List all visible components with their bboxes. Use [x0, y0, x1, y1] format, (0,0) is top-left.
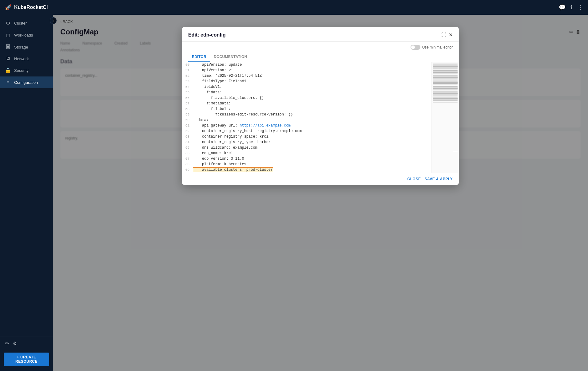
modal-close-btn[interactable]: ✕ — [449, 32, 453, 38]
sidebar-item-label: Workloads — [14, 33, 33, 37]
minimap-line — [433, 70, 458, 71]
topbar-icons: 💬 ℹ ⋮ — [559, 4, 583, 11]
edit-modal: Edit: edp-config ⛶ ✕ Use minimal editor … — [182, 27, 459, 185]
workloads-icon: ◻ — [5, 32, 11, 38]
api-gateway-link[interactable]: https://api.example.com — [240, 123, 291, 128]
sidebar-item-workloads[interactable]: ◻ Workloads — [0, 29, 53, 41]
logo-icon: 🚀 — [5, 4, 12, 11]
settings-icon[interactable]: ⚙ — [13, 341, 17, 346]
minimap-line — [433, 64, 458, 64]
minimap-line — [433, 102, 458, 103]
sidebar-item-security[interactable]: 🔒 Security — [0, 64, 53, 76]
minimap-line — [433, 80, 458, 80]
editor-line-67: 67 edp_version: 3.11.0 — [182, 156, 431, 162]
topbar: 🚀 KubeRocketCI 💬 ℹ ⋮ — [0, 0, 588, 15]
sidebar-item-network[interactable]: 🖥 Network — [0, 53, 53, 64]
editor-line-68: 68 platform: kubernetes — [182, 162, 431, 167]
sidebar-item-label: Network — [14, 57, 29, 61]
minimap-line — [433, 78, 458, 79]
minimap-line — [433, 96, 458, 96]
app-title: KubeRocketCI — [14, 5, 48, 10]
editor-line-50: 50 apiVersion: update — [182, 62, 431, 68]
minimap-line — [433, 82, 458, 83]
minimap-line — [433, 100, 458, 101]
minimap-line — [433, 75, 458, 76]
edit-icon[interactable]: ✏ — [5, 341, 9, 346]
minimap-line — [433, 72, 458, 73]
editor-line-63: 63 container_registry_space: krci — [182, 134, 431, 140]
create-resource-button[interactable]: + CREATE RESOURCE — [4, 353, 49, 366]
modal-body: 50 apiVersion: update 51 apiVersion: v1 … — [182, 62, 459, 173]
minimap-line — [433, 84, 458, 85]
editor-line-51: 51 apiVersion: v1 — [182, 68, 431, 73]
editor-line-55: 55 f:data: — [182, 90, 431, 96]
editor-line-60: 60 data: — [182, 118, 431, 123]
use-minimal-toggle[interactable]: Use minimal editor — [411, 45, 453, 50]
cluster-icon: ⚙ — [5, 20, 11, 26]
editor-line-54: 54 fieldsV1: — [182, 84, 431, 90]
sidebar-bottom: ✏ ⚙ — [0, 337, 53, 350]
use-minimal-label: Use minimal editor — [422, 45, 453, 49]
editor-line-65: 65 dns_wildcard: example.com — [182, 145, 431, 151]
sidebar-item-label: Configuration — [14, 80, 38, 85]
save-apply-button[interactable]: SAVE & APPLY — [424, 177, 453, 181]
minimap-line — [433, 73, 458, 74]
modal-expand-btn[interactable]: ⛶ — [441, 32, 446, 38]
network-icon: 🖥 — [5, 56, 11, 61]
minimap-line — [433, 93, 458, 94]
editor-line-53: 53 fieldsType: FieldsV1 — [182, 79, 431, 84]
minimap-content — [431, 62, 459, 104]
minimap-line — [433, 67, 458, 68]
chat-icon[interactable]: 💬 — [559, 4, 566, 11]
minimap-line — [433, 89, 458, 90]
minimap-line — [433, 86, 458, 87]
minimap-line — [433, 88, 458, 89]
sidebar-item-configuration[interactable]: ≡ Configuration — [0, 76, 53, 88]
minimal-editor-toggle-switch[interactable] — [411, 45, 420, 50]
main-layout: ‹ ⚙ Cluster ◻ Workloads 🗄 Storage 🖥 Netw… — [0, 15, 588, 371]
editor-line-52: 52 time: '2025-02-21T17:54:51Z' — [182, 73, 431, 79]
minimap-line — [433, 68, 458, 69]
main-content: ‹ BACK ConfigMap ✏ 🗑 Name Namespace Crea… — [53, 15, 588, 371]
modal-overlay: Edit: edp-config ⛶ ✕ Use minimal editor … — [53, 15, 588, 371]
close-modal-button[interactable]: CLOSE — [407, 177, 421, 181]
minimap: — — [431, 62, 459, 173]
info-icon[interactable]: ℹ — [570, 4, 573, 11]
editor-area[interactable]: 50 apiVersion: update 51 apiVersion: v1 … — [182, 62, 431, 173]
tab-editor[interactable]: EDITOR — [188, 52, 210, 62]
minimap-line — [433, 77, 458, 78]
minimap-line — [433, 91, 458, 92]
minimap-line — [433, 65, 458, 66]
modal-title: Edit: edp-config — [188, 32, 226, 38]
sidebar-item-cluster[interactable]: ⚙ Cluster — [0, 17, 53, 29]
modal-tabs: EDITOR DOCUMENTATION — [182, 52, 459, 62]
modal-toolbar: Use minimal editor — [182, 42, 459, 50]
editor-line-57: 57 f:metadata: — [182, 101, 431, 107]
editor-line-61: 61 api_gateway_url: https://api.example.… — [182, 123, 431, 129]
minimap-line — [433, 66, 458, 67]
editor-line-56: 56 f:available_clusters: {} — [182, 96, 431, 101]
minimap-line — [433, 98, 458, 99]
minimap-line — [433, 83, 458, 84]
sidebar-item-label: Cluster — [14, 21, 27, 25]
editor-line-59: 59 f:k8slens-edit-resource-version: {} — [182, 112, 431, 118]
more-icon[interactable]: ⋮ — [578, 4, 583, 11]
minimap-line — [433, 94, 458, 95]
minimap-line — [433, 87, 458, 88]
sidebar-item-storage[interactable]: 🗄 Storage — [0, 41, 53, 53]
minimap-line — [433, 92, 458, 93]
sidebar-item-label: Security — [14, 68, 29, 73]
storage-icon: 🗄 — [5, 44, 11, 50]
editor-line-64: 64 container_registry_type: harbor — [182, 140, 431, 145]
app-logo: 🚀 KubeRocketCI — [5, 4, 48, 11]
minimap-line — [433, 97, 458, 98]
configuration-icon: ≡ — [5, 80, 11, 85]
sidebar-item-label: Storage — [14, 45, 28, 49]
tab-documentation[interactable]: DOCUMENTATION — [210, 52, 251, 62]
minimap-line — [433, 99, 458, 100]
editor-line-66: 66 edp_name: krci — [182, 151, 431, 156]
modal-header: Edit: edp-config ⛶ ✕ — [182, 27, 459, 42]
modal-header-actions: ⛶ ✕ — [441, 32, 453, 38]
minus-icon: — — [453, 149, 458, 154]
minimap-line — [433, 76, 458, 77]
